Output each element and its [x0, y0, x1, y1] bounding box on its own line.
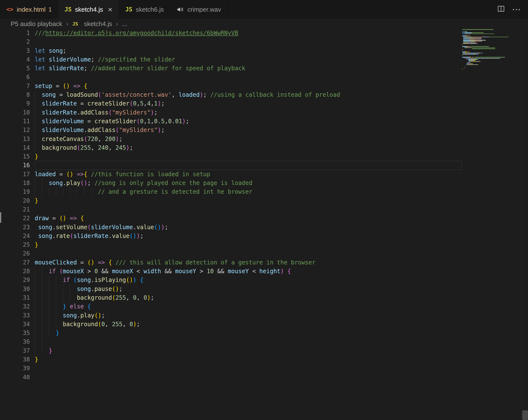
code-line[interactable]: 30 song.pause();: [0, 285, 462, 293]
code-line[interactable]: 25}: [0, 240, 462, 249]
minimap[interactable]: [462, 29, 520, 72]
code-line[interactable]: 35 }: [0, 329, 462, 337]
line-number[interactable]: 16: [0, 161, 30, 170]
tab-sketch4.js[interactable]: JSsketch4.js×: [58, 0, 119, 19]
code-line[interactable]: 38}: [0, 355, 462, 364]
line-number[interactable]: 11: [0, 117, 30, 126]
code-line[interactable]: 34 background(0, 255, 0);: [0, 320, 462, 329]
code-line[interactable]: 33 song.play();: [0, 311, 462, 320]
line-number[interactable]: 40: [0, 373, 30, 382]
line-number[interactable]: 27: [0, 258, 30, 267]
code-line[interactable]: 4let sliderVolume; //specified the slide…: [0, 55, 462, 64]
line-number[interactable]: 12: [0, 126, 30, 135]
line-number[interactable]: 4: [0, 55, 30, 64]
breadcrumb-item[interactable]: sketch4.js: [84, 20, 112, 28]
code-line[interactable]: 5let sliderRate; //added another slider …: [0, 64, 462, 73]
line-number[interactable]: 3: [0, 46, 30, 55]
line-number[interactable]: 18: [0, 179, 30, 187]
code-line[interactable]: 24 song.rate(sliderRate.value());: [0, 232, 462, 240]
code-line[interactable]: 36: [0, 337, 462, 346]
line-number[interactable]: 26: [0, 249, 30, 258]
line-number[interactable]: 7: [0, 82, 30, 90]
code-text: mouseClicked = () => { /// this will all…: [35, 258, 462, 267]
code-line[interactable]: 2: [0, 37, 462, 46]
scrollbar-thumb[interactable]: [522, 410, 528, 420]
more-actions-button[interactable]: ⋯: [512, 5, 521, 14]
code-line[interactable]: 12 sliderVolume.addClass("mySliders");: [0, 126, 462, 135]
code-line[interactable]: 28 if (mouseX > 0 && mouseX < width && m…: [0, 267, 462, 276]
line-number[interactable]: 6: [0, 73, 30, 81]
line-number[interactable]: 22: [0, 214, 30, 223]
breadcrumb-item[interactable]: P5 audio playback: [11, 20, 62, 28]
code-line[interactable]: 27mouseClicked = () => { /// this will a…: [0, 258, 462, 267]
line-number[interactable]: 20: [0, 196, 30, 205]
code-line[interactable]: 31 background(255, 0, 0);: [0, 293, 462, 302]
line-number[interactable]: 30: [0, 285, 30, 293]
code-text: [35, 364, 462, 373]
tab-index.html[interactable]: <>index.html1: [0, 0, 58, 19]
close-icon[interactable]: ×: [108, 6, 112, 13]
line-number[interactable]: 17: [0, 170, 30, 179]
code-line[interactable]: 11 sliderVolume = createSlider(0,1,0.5,0…: [0, 117, 462, 126]
line-number[interactable]: 29: [0, 276, 30, 284]
line-number[interactable]: 38: [0, 355, 30, 364]
line-number[interactable]: 35: [0, 329, 30, 337]
line-number[interactable]: 28: [0, 267, 30, 276]
code-line[interactable]: 20}: [0, 196, 462, 205]
code-line[interactable]: 26: [0, 249, 462, 258]
line-number[interactable]: 21: [0, 205, 30, 214]
code-line[interactable]: 10 sliderRate.addClass("mySliders");: [0, 108, 462, 117]
line-number[interactable]: 25: [0, 240, 30, 249]
line-number[interactable]: 23: [0, 223, 30, 232]
code-line[interactable]: 8 song = loadSound('assets/concert.wav',…: [0, 90, 462, 99]
tab-crimper.wav[interactable]: crimper.wav: [170, 0, 228, 19]
line-number[interactable]: 13: [0, 135, 30, 143]
line-number[interactable]: 2: [0, 37, 30, 46]
code-line[interactable]: 21: [0, 205, 462, 214]
code-line[interactable]: 15}: [0, 152, 462, 161]
line-number[interactable]: 10: [0, 108, 30, 117]
code-line[interactable]: 9 sliderRate = createSlider(0,5,4,1);: [0, 99, 462, 108]
code-line[interactable]: 16: [0, 161, 462, 170]
code-text: [35, 37, 462, 46]
code-line[interactable]: 1///https://editor.p5js.org/amygoodchild…: [0, 29, 462, 37]
code-line[interactable]: 29 if (song.isPlaying()) {: [0, 276, 462, 284]
code-area: 1///https://editor.p5js.org/amygoodchild…: [0, 29, 462, 382]
indent-guide-icon: [49, 293, 49, 302]
code-line[interactable]: 17loaded = () =>{ //this function is loa…: [0, 170, 462, 179]
code-line[interactable]: 13 createCanvas(720, 200);: [0, 135, 462, 143]
line-number[interactable]: 5: [0, 64, 30, 73]
line-number[interactable]: 8: [0, 90, 30, 99]
line-number[interactable]: 14: [0, 143, 30, 152]
code-line[interactable]: 40: [0, 373, 462, 382]
line-number[interactable]: 31: [0, 293, 30, 302]
code-line[interactable]: 19 // and a gresture is detected int he …: [0, 187, 462, 196]
editor-sash[interactable]: [0, 212, 1, 223]
line-number[interactable]: 24: [0, 232, 30, 240]
code-line[interactable]: 3let song;: [0, 46, 462, 55]
line-number[interactable]: 36: [0, 337, 30, 346]
line-number[interactable]: 37: [0, 346, 30, 355]
tab-sketch6.js[interactable]: JSsketch6.js: [119, 0, 170, 19]
line-number[interactable]: 19: [0, 187, 30, 196]
line-number[interactable]: 33: [0, 311, 30, 320]
tab-label: crimper.wav: [187, 6, 221, 13]
code-line[interactable]: 18 song.play(); //song is only played on…: [0, 179, 462, 187]
code-line[interactable]: 7setup = () => {: [0, 82, 462, 90]
code-line[interactable]: 39: [0, 364, 462, 373]
line-number[interactable]: 34: [0, 320, 30, 329]
code-line[interactable]: 32 } else {: [0, 302, 462, 311]
breadcrumb-item[interactable]: ...: [122, 20, 128, 28]
line-number[interactable]: 9: [0, 99, 30, 108]
code-line[interactable]: 6: [0, 73, 462, 81]
code-line[interactable]: 23 song.setVolume(sliderVolume.value());: [0, 223, 462, 232]
code-line[interactable]: 14 background(255, 240, 245);: [0, 143, 462, 152]
line-number[interactable]: 1: [0, 29, 30, 37]
code-line[interactable]: 22draw = () => {: [0, 214, 462, 223]
editor[interactable]: 1///https://editor.p5js.org/amygoodchild…: [0, 29, 528, 420]
code-line[interactable]: 37 }: [0, 346, 462, 355]
line-number[interactable]: 39: [0, 364, 30, 373]
line-number[interactable]: 32: [0, 302, 30, 311]
split-editor-button[interactable]: [497, 5, 505, 14]
line-number[interactable]: 15: [0, 152, 30, 161]
